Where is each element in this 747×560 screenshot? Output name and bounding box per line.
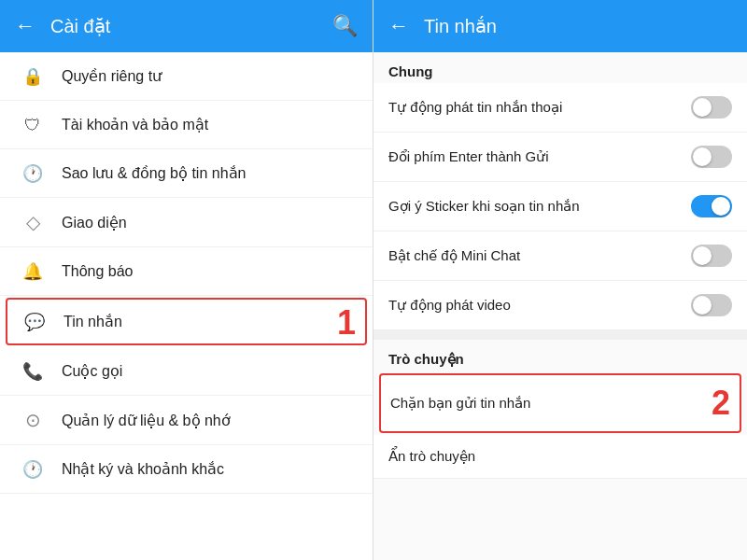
setting-label-auto-play-video: Tự động phát video (388, 297, 691, 314)
history-icon (19, 458, 47, 480)
menu-label-history: Nhật ký và khoảnh khắc (62, 460, 224, 478)
lock-icon (19, 65, 47, 87)
left-title: Cài đặt (50, 15, 110, 37)
toggle-auto-play-video[interactable] (691, 294, 732, 316)
menu-label-security: Tài khoản và bảo mật (62, 116, 208, 133)
setting-label-auto-play-voice: Tự động phát tin nhắn thoại (388, 99, 691, 116)
setting-auto-play-voice[interactable]: Tự động phát tin nhắn thoại (374, 83, 747, 133)
menu-item-calls[interactable]: Cuộc gọi (0, 347, 373, 396)
message-icon (21, 311, 49, 332)
setting-hide-conv[interactable]: Ẩn trò chuyện (374, 435, 747, 479)
toggle-auto-play-voice[interactable] (691, 96, 732, 119)
menu-item-history[interactable]: Nhật ký và khoảnh khắc (0, 445, 373, 494)
left-search-icon[interactable]: 🔍 (332, 14, 358, 38)
menu-item-privacy[interactable]: Quyền riêng tư (0, 52, 373, 101)
menu-item-security[interactable]: Tài khoản và bảo mật (0, 101, 373, 149)
menu-item-messages[interactable]: Tin nhắn 1 (6, 298, 367, 345)
left-back-button[interactable]: ← (15, 14, 35, 38)
menu-item-backup[interactable]: Sao lưu & đồng bộ tin nhắn (0, 149, 373, 198)
menu-item-theme[interactable]: Giao diện (0, 198, 373, 247)
right-content: Chung Tự động phát tin nhắn thoại Đổi ph… (374, 52, 747, 560)
menu-label-theme: Giao diện (62, 214, 127, 231)
section-gap (374, 330, 747, 340)
theme-icon (19, 211, 47, 233)
toggle-sticker-suggest[interactable] (691, 195, 732, 217)
shield-icon (19, 114, 47, 135)
setting-sticker-suggest[interactable]: Gợi ý Sticker khi soạn tin nhắn (374, 182, 747, 231)
step-number-2: 2 (712, 386, 730, 420)
menu-label-messages: Tin nhắn (63, 313, 122, 330)
section-header-general: Chung (374, 52, 747, 83)
toggle-mini-chat[interactable] (691, 245, 732, 267)
setting-block-send[interactable]: Chặn bạn gửi tin nhắn 2 (379, 373, 741, 433)
setting-auto-play-video[interactable]: Tự động phát video (374, 281, 747, 330)
right-back-button[interactable]: ← (388, 14, 409, 38)
setting-label-hide-conv: Ẩn trò chuyện (388, 448, 732, 465)
step-number-1: 1 (337, 306, 356, 340)
setting-label-enter-send: Đổi phím Enter thành Gửi (388, 148, 691, 165)
left-panel: ← Cài đặt 🔍 Quyền riêng tư Tài khoản và … (0, 0, 374, 560)
left-header-left: ← Cài đặt (15, 14, 110, 38)
menu-label-privacy: Quyền riêng tư (62, 67, 162, 85)
menu-label-storage: Quản lý dữ liệu & bộ nhớ (62, 412, 231, 429)
section-header-conversation: Trò chuyện (374, 340, 747, 371)
setting-label-sticker-suggest: Gợi ý Sticker khi soạn tin nhắn (388, 198, 691, 215)
right-header: ← Tin nhắn (374, 0, 747, 52)
toggle-enter-send[interactable] (691, 146, 732, 168)
menu-label-notifications: Thông báo (62, 263, 134, 280)
menu-item-notifications[interactable]: Thông báo (0, 247, 373, 296)
storage-icon (19, 409, 47, 431)
setting-label-block-send: Chặn bạn gửi tin nhắn (390, 395, 704, 412)
right-panel: ← Tin nhắn Chung Tự động phát tin nhắn t… (374, 0, 747, 560)
menu-label-backup: Sao lưu & đồng bộ tin nhắn (62, 164, 246, 182)
left-header: ← Cài đặt 🔍 (0, 0, 373, 52)
setting-enter-send[interactable]: Đổi phím Enter thành Gửi (374, 133, 747, 182)
menu-item-storage[interactable]: Quản lý dữ liệu & bộ nhớ (0, 396, 373, 445)
setting-mini-chat[interactable]: Bật chế độ Mini Chat (374, 231, 747, 281)
setting-label-mini-chat: Bật chế độ Mini Chat (388, 247, 691, 264)
right-title: Tin nhắn (424, 15, 497, 37)
left-menu-list: Quyền riêng tư Tài khoản và bảo mật Sao … (0, 52, 373, 560)
backup-icon (19, 162, 47, 184)
menu-label-calls: Cuộc gọi (62, 362, 122, 380)
bell-icon (19, 260, 47, 282)
call-icon (19, 360, 47, 382)
